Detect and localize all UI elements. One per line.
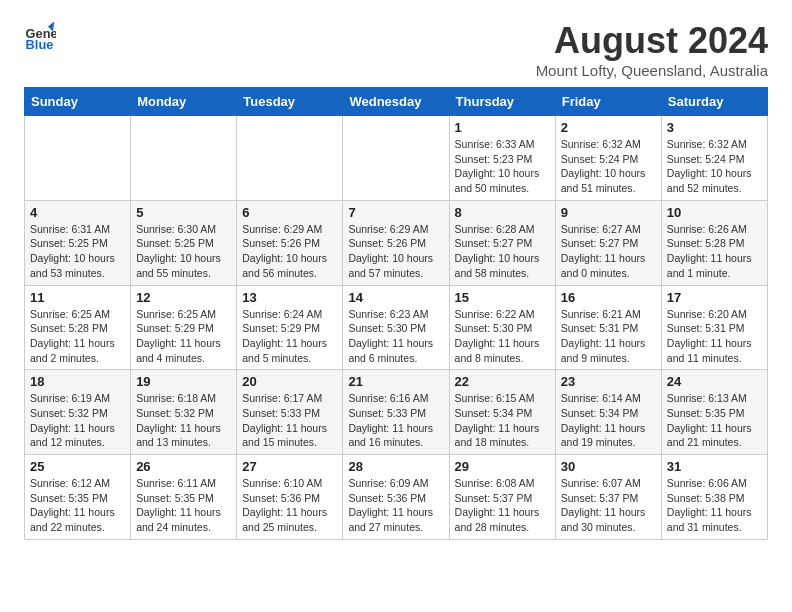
cell-date: 29: [455, 459, 550, 474]
cell-info: Sunrise: 6:13 AM Sunset: 5:35 PM Dayligh…: [667, 391, 762, 450]
cell-info: Sunrise: 6:07 AM Sunset: 5:37 PM Dayligh…: [561, 476, 656, 535]
header: General Blue August 2024 Mount Lofty, Qu…: [24, 20, 768, 79]
cell-info: Sunrise: 6:31 AM Sunset: 5:25 PM Dayligh…: [30, 222, 125, 281]
cell-info: Sunrise: 6:22 AM Sunset: 5:30 PM Dayligh…: [455, 307, 550, 366]
calendar-cell: 6Sunrise: 6:29 AM Sunset: 5:26 PM Daylig…: [237, 200, 343, 285]
week-row-3: 18Sunrise: 6:19 AM Sunset: 5:32 PM Dayli…: [25, 370, 768, 455]
cell-date: 8: [455, 205, 550, 220]
cell-info: Sunrise: 6:19 AM Sunset: 5:32 PM Dayligh…: [30, 391, 125, 450]
calendar-cell: 8Sunrise: 6:28 AM Sunset: 5:27 PM Daylig…: [449, 200, 555, 285]
cell-date: 17: [667, 290, 762, 305]
cell-date: 16: [561, 290, 656, 305]
cell-date: 9: [561, 205, 656, 220]
calendar-cell: 22Sunrise: 6:15 AM Sunset: 5:34 PM Dayli…: [449, 370, 555, 455]
cell-info: Sunrise: 6:26 AM Sunset: 5:28 PM Dayligh…: [667, 222, 762, 281]
weekday-header-sunday: Sunday: [25, 88, 131, 116]
calendar-cell: 29Sunrise: 6:08 AM Sunset: 5:37 PM Dayli…: [449, 455, 555, 540]
cell-date: 24: [667, 374, 762, 389]
cell-info: Sunrise: 6:27 AM Sunset: 5:27 PM Dayligh…: [561, 222, 656, 281]
cell-info: Sunrise: 6:21 AM Sunset: 5:31 PM Dayligh…: [561, 307, 656, 366]
cell-date: 23: [561, 374, 656, 389]
svg-text:Blue: Blue: [26, 37, 54, 52]
week-row-2: 11Sunrise: 6:25 AM Sunset: 5:28 PM Dayli…: [25, 285, 768, 370]
calendar-cell: [237, 116, 343, 201]
cell-info: Sunrise: 6:30 AM Sunset: 5:25 PM Dayligh…: [136, 222, 231, 281]
calendar-cell: 31Sunrise: 6:06 AM Sunset: 5:38 PM Dayli…: [661, 455, 767, 540]
cell-date: 1: [455, 120, 550, 135]
cell-date: 7: [348, 205, 443, 220]
header-row: SundayMondayTuesdayWednesdayThursdayFrid…: [25, 88, 768, 116]
cell-date: 19: [136, 374, 231, 389]
calendar-cell: 27Sunrise: 6:10 AM Sunset: 5:36 PM Dayli…: [237, 455, 343, 540]
calendar-cell: [25, 116, 131, 201]
calendar-cell: 14Sunrise: 6:23 AM Sunset: 5:30 PM Dayli…: [343, 285, 449, 370]
calendar-cell: 28Sunrise: 6:09 AM Sunset: 5:36 PM Dayli…: [343, 455, 449, 540]
weekday-header-thursday: Thursday: [449, 88, 555, 116]
cell-info: Sunrise: 6:15 AM Sunset: 5:34 PM Dayligh…: [455, 391, 550, 450]
calendar-cell: 30Sunrise: 6:07 AM Sunset: 5:37 PM Dayli…: [555, 455, 661, 540]
cell-date: 27: [242, 459, 337, 474]
calendar-cell: 1Sunrise: 6:33 AM Sunset: 5:23 PM Daylig…: [449, 116, 555, 201]
calendar-cell: 18Sunrise: 6:19 AM Sunset: 5:32 PM Dayli…: [25, 370, 131, 455]
cell-info: Sunrise: 6:25 AM Sunset: 5:28 PM Dayligh…: [30, 307, 125, 366]
cell-date: 15: [455, 290, 550, 305]
cell-info: Sunrise: 6:17 AM Sunset: 5:33 PM Dayligh…: [242, 391, 337, 450]
calendar-cell: 21Sunrise: 6:16 AM Sunset: 5:33 PM Dayli…: [343, 370, 449, 455]
calendar-cell: [343, 116, 449, 201]
calendar-cell: 15Sunrise: 6:22 AM Sunset: 5:30 PM Dayli…: [449, 285, 555, 370]
cell-date: 12: [136, 290, 231, 305]
cell-date: 18: [30, 374, 125, 389]
cell-date: 28: [348, 459, 443, 474]
logo: General Blue: [24, 20, 56, 52]
cell-info: Sunrise: 6:08 AM Sunset: 5:37 PM Dayligh…: [455, 476, 550, 535]
calendar-cell: 16Sunrise: 6:21 AM Sunset: 5:31 PM Dayli…: [555, 285, 661, 370]
title-area: August 2024 Mount Lofty, Queensland, Aus…: [536, 20, 768, 79]
cell-date: 25: [30, 459, 125, 474]
calendar-cell: 9Sunrise: 6:27 AM Sunset: 5:27 PM Daylig…: [555, 200, 661, 285]
calendar-cell: 3Sunrise: 6:32 AM Sunset: 5:24 PM Daylig…: [661, 116, 767, 201]
calendar-cell: 26Sunrise: 6:11 AM Sunset: 5:35 PM Dayli…: [131, 455, 237, 540]
weekday-header-monday: Monday: [131, 88, 237, 116]
calendar-cell: 2Sunrise: 6:32 AM Sunset: 5:24 PM Daylig…: [555, 116, 661, 201]
week-row-4: 25Sunrise: 6:12 AM Sunset: 5:35 PM Dayli…: [25, 455, 768, 540]
cell-info: Sunrise: 6:18 AM Sunset: 5:32 PM Dayligh…: [136, 391, 231, 450]
week-row-0: 1Sunrise: 6:33 AM Sunset: 5:23 PM Daylig…: [25, 116, 768, 201]
cell-date: 4: [30, 205, 125, 220]
cell-date: 31: [667, 459, 762, 474]
week-row-1: 4Sunrise: 6:31 AM Sunset: 5:25 PM Daylig…: [25, 200, 768, 285]
cell-date: 26: [136, 459, 231, 474]
weekday-header-tuesday: Tuesday: [237, 88, 343, 116]
cell-date: 5: [136, 205, 231, 220]
calendar-cell: 5Sunrise: 6:30 AM Sunset: 5:25 PM Daylig…: [131, 200, 237, 285]
cell-info: Sunrise: 6:20 AM Sunset: 5:31 PM Dayligh…: [667, 307, 762, 366]
calendar-table: SundayMondayTuesdayWednesdayThursdayFrid…: [24, 87, 768, 540]
cell-info: Sunrise: 6:29 AM Sunset: 5:26 PM Dayligh…: [242, 222, 337, 281]
cell-date: 21: [348, 374, 443, 389]
cell-info: Sunrise: 6:23 AM Sunset: 5:30 PM Dayligh…: [348, 307, 443, 366]
cell-info: Sunrise: 6:06 AM Sunset: 5:38 PM Dayligh…: [667, 476, 762, 535]
cell-info: Sunrise: 6:16 AM Sunset: 5:33 PM Dayligh…: [348, 391, 443, 450]
cell-info: Sunrise: 6:11 AM Sunset: 5:35 PM Dayligh…: [136, 476, 231, 535]
cell-info: Sunrise: 6:09 AM Sunset: 5:36 PM Dayligh…: [348, 476, 443, 535]
calendar-cell: 20Sunrise: 6:17 AM Sunset: 5:33 PM Dayli…: [237, 370, 343, 455]
cell-info: Sunrise: 6:10 AM Sunset: 5:36 PM Dayligh…: [242, 476, 337, 535]
cell-date: 14: [348, 290, 443, 305]
calendar-cell: 24Sunrise: 6:13 AM Sunset: 5:35 PM Dayli…: [661, 370, 767, 455]
cell-date: 3: [667, 120, 762, 135]
location-title: Mount Lofty, Queensland, Australia: [536, 62, 768, 79]
cell-date: 13: [242, 290, 337, 305]
cell-info: Sunrise: 6:25 AM Sunset: 5:29 PM Dayligh…: [136, 307, 231, 366]
month-title: August 2024: [536, 20, 768, 62]
cell-info: Sunrise: 6:28 AM Sunset: 5:27 PM Dayligh…: [455, 222, 550, 281]
cell-date: 20: [242, 374, 337, 389]
calendar-cell: 19Sunrise: 6:18 AM Sunset: 5:32 PM Dayli…: [131, 370, 237, 455]
cell-info: Sunrise: 6:33 AM Sunset: 5:23 PM Dayligh…: [455, 137, 550, 196]
calendar-cell: 7Sunrise: 6:29 AM Sunset: 5:26 PM Daylig…: [343, 200, 449, 285]
weekday-header-wednesday: Wednesday: [343, 88, 449, 116]
cell-date: 11: [30, 290, 125, 305]
calendar-cell: 10Sunrise: 6:26 AM Sunset: 5:28 PM Dayli…: [661, 200, 767, 285]
cell-info: Sunrise: 6:32 AM Sunset: 5:24 PM Dayligh…: [561, 137, 656, 196]
cell-date: 6: [242, 205, 337, 220]
calendar-cell: 4Sunrise: 6:31 AM Sunset: 5:25 PM Daylig…: [25, 200, 131, 285]
cell-info: Sunrise: 6:32 AM Sunset: 5:24 PM Dayligh…: [667, 137, 762, 196]
